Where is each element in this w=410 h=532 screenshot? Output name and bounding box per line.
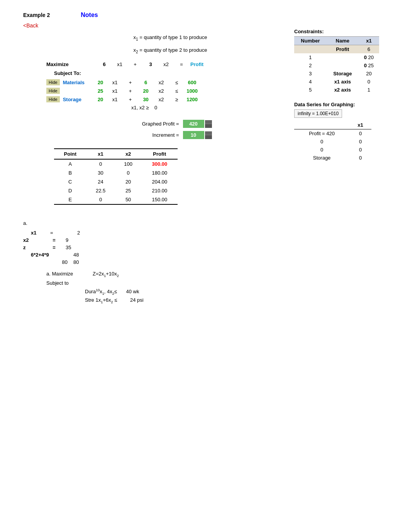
x2-var: x2 bbox=[134, 47, 138, 53]
z-value: 35 bbox=[66, 245, 71, 250]
profit-up-btn[interactable] bbox=[205, 120, 212, 124]
increment-down-btn[interactable] bbox=[205, 135, 212, 139]
ds-x1-1: 0 bbox=[349, 129, 371, 138]
col-x2: x2 bbox=[115, 149, 142, 159]
cr3-x1: 20 bbox=[359, 70, 379, 78]
ds-label-3: 0 bbox=[294, 146, 349, 154]
cr4-num: 4 bbox=[294, 78, 327, 86]
materials-label: Materials bbox=[63, 80, 94, 85]
c2-x2: x2 bbox=[154, 88, 169, 94]
c1-coeff2: 6 bbox=[138, 80, 154, 85]
cp-num bbox=[294, 45, 327, 54]
maximize-section: a. Maximize Z=2x1+10x2 Subject to Dura10… bbox=[23, 271, 387, 304]
points-table: Point x1 x2 Profit A 0 100 300.00 B 30 0 bbox=[54, 148, 178, 205]
c2-plus: + bbox=[123, 88, 138, 94]
ds-x1-col: x1 bbox=[349, 121, 371, 129]
point-d: D bbox=[54, 186, 86, 195]
cr1-x1: 0 20 bbox=[359, 53, 379, 61]
coeff1: 6 bbox=[97, 61, 112, 67]
col-point: Point bbox=[54, 149, 86, 159]
c3-ineq: ≥ bbox=[169, 97, 185, 102]
constraints-table: Number Name x1 Profit 6 1 0 20 bbox=[294, 36, 379, 94]
hide-btn-1[interactable]: Hide bbox=[46, 79, 60, 85]
c2-ineq: ≤ bbox=[169, 88, 185, 94]
table-row: E 0 50 150.00 bbox=[54, 195, 178, 204]
calc1-row: 6*2+4*9 48 bbox=[23, 252, 387, 258]
x1-def-text: = quantity of type 1 to produce bbox=[139, 34, 207, 40]
x2-eq-sign: = bbox=[42, 237, 66, 243]
x1-a: 0 bbox=[86, 159, 115, 168]
c1-coeff1: 20 bbox=[94, 80, 107, 85]
z-eq-sign: = bbox=[42, 245, 66, 250]
data-series-title: Data Series for Graphing: bbox=[294, 102, 387, 107]
bottom-section: a. x1 = 2 x2 = 9 z = 35 6*2+4*9 48 80 80… bbox=[8, 212, 402, 313]
constraint-row-1: Hide Materials 20 x1 + 6 x2 ≤ 600 bbox=[23, 79, 286, 85]
ds-x1-3: 0 bbox=[349, 146, 371, 154]
ds-row: Profit = 420 0 bbox=[294, 129, 371, 138]
calc2-val2: 80 bbox=[73, 259, 79, 265]
x2-value: 9 bbox=[66, 237, 68, 243]
nonnegativity-row: x1, x2 ≥ 0 bbox=[23, 105, 286, 110]
cr2-x1: 0 25 bbox=[359, 61, 379, 70]
ds-row: 0 0 bbox=[294, 138, 371, 146]
point-b: B bbox=[54, 168, 86, 177]
c2-rhs: 1000 bbox=[185, 88, 200, 94]
increment-input[interactable]: 10 bbox=[183, 131, 204, 139]
x1-b: 30 bbox=[86, 168, 115, 177]
stre-row: Stre 1x1+6x2 ≤ 24 psi bbox=[46, 297, 387, 304]
cr5-num: 5 bbox=[294, 86, 327, 94]
stre-label: Stre 1x1+6x2 ≤ bbox=[85, 297, 117, 303]
c2-coeff2: 20 bbox=[138, 88, 154, 94]
x2-definition: x2 = quantity of type 2 to produce bbox=[54, 47, 286, 54]
constraint-profit-row: Profit 6 bbox=[294, 45, 379, 54]
profit-down-btn[interactable] bbox=[205, 124, 212, 128]
x2-c: 20 bbox=[115, 177, 142, 186]
c1-ineq: ≤ bbox=[169, 80, 185, 85]
c2-x1: x1 bbox=[107, 88, 123, 94]
table-row: D 22.5 25 210.00 bbox=[54, 186, 178, 195]
constraint-row-4: 4 x1 axis 0 bbox=[294, 78, 379, 86]
profit-d: 210.00 bbox=[142, 186, 178, 195]
graphed-profit-row: Graphed Profit = 420 bbox=[121, 120, 212, 128]
profit-a: 300.00 bbox=[142, 159, 178, 168]
x2-d: 25 bbox=[115, 186, 142, 195]
data-series-box: Data Series for Graphing: infinity = 1.0… bbox=[294, 102, 387, 162]
dura-rhs: 40 wk bbox=[118, 289, 139, 294]
col-profit: Profit bbox=[142, 149, 178, 159]
increment-up-btn[interactable] bbox=[205, 131, 212, 135]
x2-e: 50 bbox=[115, 195, 142, 204]
graphed-profit-input[interactable]: 420 bbox=[183, 120, 204, 128]
c1-x1: x1 bbox=[107, 80, 123, 85]
x2-label: x2 bbox=[158, 61, 174, 67]
constraint-row-3: 3 Storage 20 bbox=[294, 70, 379, 78]
ds-label-1: Profit = 420 bbox=[294, 129, 349, 138]
nonnegativity-text: x1, x2 ≥ 0 bbox=[131, 105, 157, 110]
x2-def-text: = quantity of type 2 to produce bbox=[139, 47, 207, 53]
constraint-row-1: 1 0 20 bbox=[294, 53, 379, 61]
cr3-name: Storage bbox=[327, 70, 359, 78]
subject-label: Subject to bbox=[46, 280, 387, 286]
hide-btn-3[interactable]: Hide bbox=[46, 96, 60, 102]
ds-x1-4: 0 bbox=[349, 154, 371, 162]
section-a-label: a. bbox=[23, 220, 387, 226]
constraints-title: Constraints: bbox=[294, 29, 387, 34]
c3-x2: x2 bbox=[154, 97, 169, 102]
constraint-row-5: 5 x2 axis 1 bbox=[294, 86, 379, 94]
notes-link[interactable]: Notes bbox=[81, 12, 98, 19]
maximize-label: Maximize bbox=[46, 61, 97, 67]
ds-label-4: Storage bbox=[294, 154, 349, 162]
subject-to-label: Subject To: bbox=[23, 70, 286, 76]
hide-btn-2[interactable]: Hide bbox=[46, 88, 60, 94]
increment-spinner[interactable] bbox=[205, 131, 212, 139]
calc1-label: 6*2+4*9 bbox=[31, 252, 66, 258]
graphed-profit-label: Graphed Profit = bbox=[121, 121, 183, 127]
col-x1: x1 bbox=[86, 149, 115, 159]
cr4-name: x1 axis bbox=[327, 78, 359, 86]
back-link[interactable]: <Back bbox=[23, 22, 38, 29]
constraint-row-2: 2 0 25 bbox=[294, 61, 379, 70]
coeff2: 3 bbox=[143, 61, 158, 67]
cr3-num: 3 bbox=[294, 70, 327, 78]
top-bar: Example 2 Notes bbox=[8, 8, 402, 22]
x2-var-label: x2 bbox=[23, 237, 42, 243]
profit-spinner[interactable] bbox=[205, 120, 212, 128]
